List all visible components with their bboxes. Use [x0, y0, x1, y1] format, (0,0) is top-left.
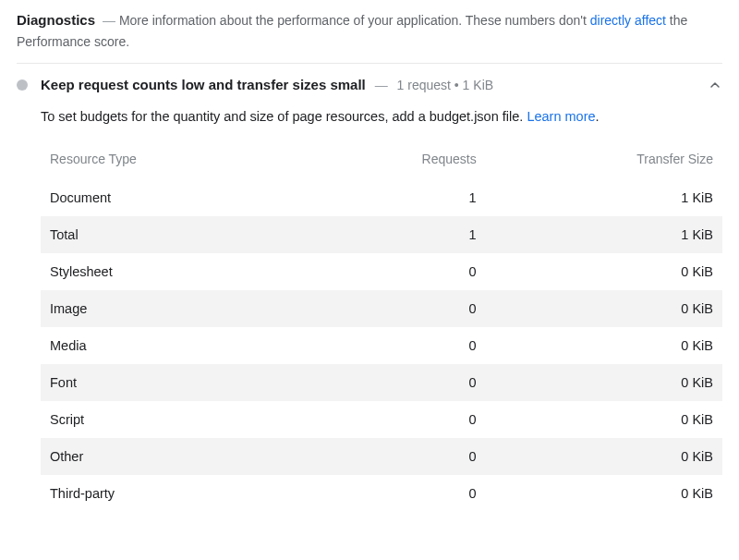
cell-requests: 1 [303, 216, 485, 253]
audit-desc-prefix: To set budgets for the quantity and size… [41, 109, 527, 124]
cell-resource: Font [41, 364, 303, 401]
cell-size: 0 KiB [486, 253, 722, 290]
chevron-up-icon[interactable] [708, 78, 722, 92]
table-row: Font00 KiB [41, 364, 722, 401]
cell-resource: Media [41, 327, 303, 364]
directly-affect-link[interactable]: directly affect [590, 13, 666, 28]
cell-requests: 0 [303, 438, 485, 475]
cell-resource: Third-party [41, 475, 303, 512]
col-header-requests: Requests [303, 144, 485, 179]
diagnostics-description: —More information about the performance … [17, 13, 687, 49]
cell-size: 1 KiB [486, 179, 722, 216]
status-dot-icon [17, 79, 28, 91]
cell-size: 0 KiB [486, 438, 722, 475]
cell-resource: Document [41, 179, 303, 216]
cell-resource: Other [41, 438, 303, 475]
cell-requests: 1 [303, 179, 485, 216]
cell-resource: Stylesheet [41, 253, 303, 290]
cell-requests: 0 [303, 364, 485, 401]
audit-header-row[interactable]: Keep request counts low and transfer siz… [17, 64, 722, 100]
col-header-resource: Resource Type [41, 144, 303, 179]
audit-desc-suffix: . [596, 109, 600, 124]
cell-requests: 0 [303, 290, 485, 327]
audit-summary: 1 request • 1 KiB [397, 78, 494, 92]
resource-table: Resource Type Requests Transfer Size Doc… [41, 144, 722, 512]
cell-size: 0 KiB [486, 401, 722, 438]
table-row: Media00 KiB [41, 327, 722, 364]
table-row: Document11 KiB [41, 179, 722, 216]
diagnostics-header: Diagnostics —More information about the … [17, 9, 722, 64]
table-row: Script00 KiB [41, 401, 722, 438]
table-row: Total11 KiB [41, 216, 722, 253]
cell-size: 1 KiB [486, 216, 722, 253]
table-header-row: Resource Type Requests Transfer Size [41, 144, 722, 179]
cell-requests: 0 [303, 475, 485, 512]
dash-icon: — [375, 78, 388, 92]
diagnostics-desc-prefix: More information about the performance o… [119, 13, 590, 28]
cell-size: 0 KiB [486, 475, 722, 512]
table-row: Third-party00 KiB [41, 475, 722, 512]
table-row: Stylesheet00 KiB [41, 253, 722, 290]
cell-size: 0 KiB [486, 290, 722, 327]
audit-description: To set budgets for the quantity and size… [41, 109, 722, 124]
audit-header-text: Keep request counts low and transfer siz… [41, 77, 493, 92]
col-header-size: Transfer Size [486, 144, 722, 179]
cell-requests: 0 [303, 327, 485, 364]
cell-requests: 0 [303, 253, 485, 290]
learn-more-link[interactable]: Learn more [527, 109, 595, 124]
cell-resource: Total [41, 216, 303, 253]
cell-requests: 0 [303, 401, 485, 438]
cell-size: 0 KiB [486, 364, 722, 401]
table-row: Other00 KiB [41, 438, 722, 475]
cell-resource: Image [41, 290, 303, 327]
audit-body: To set budgets for the quantity and size… [17, 109, 722, 512]
audit-title: Keep request counts low and transfer siz… [41, 77, 366, 92]
cell-resource: Script [41, 401, 303, 438]
dash-icon: — [103, 13, 115, 28]
cell-size: 0 KiB [486, 327, 722, 364]
diagnostics-title: Diagnostics [17, 12, 95, 28]
table-row: Image00 KiB [41, 290, 722, 327]
